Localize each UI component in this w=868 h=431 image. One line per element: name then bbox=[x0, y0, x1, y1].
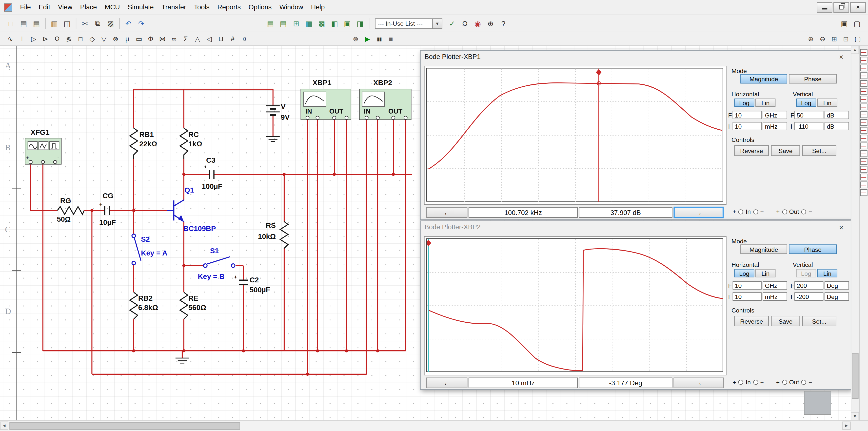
place-label-icon[interactable]: ¤ bbox=[239, 33, 250, 44]
menu-view[interactable]: View bbox=[54, 2, 76, 13]
place-analog-icon[interactable]: Ω bbox=[52, 33, 62, 44]
bode2-vf-unit[interactable]: Deg bbox=[825, 281, 849, 289]
instrument-icon[interactable] bbox=[860, 65, 867, 71]
function-generator-xfg1[interactable]: + - bbox=[25, 138, 61, 164]
bode1-phase-button[interactable]: Phase bbox=[789, 74, 837, 84]
instrument-icon[interactable] bbox=[860, 189, 867, 196]
scroll-right-icon[interactable]: ► bbox=[842, 422, 851, 430]
bode1-hf-unit[interactable]: GHz bbox=[763, 111, 787, 119]
menu-window[interactable]: Window bbox=[276, 2, 307, 13]
place-power-icon[interactable]: µ bbox=[122, 33, 132, 44]
minimize-button[interactable] bbox=[817, 2, 832, 12]
spreadsheet-toggle-icon[interactable]: ▢ bbox=[851, 18, 863, 29]
undo-icon[interactable]: ↶ bbox=[122, 18, 134, 29]
restore-button[interactable] bbox=[833, 2, 849, 12]
place-cmos-icon[interactable]: ⊓ bbox=[75, 33, 86, 44]
instrument-icon[interactable] bbox=[860, 158, 867, 165]
erc-check-icon[interactable]: ✓ bbox=[446, 18, 458, 29]
zoom-full-icon[interactable]: ▢ bbox=[852, 33, 863, 44]
instrument-icon[interactable] bbox=[860, 181, 867, 188]
bode2-hf-unit[interactable]: GHz bbox=[763, 281, 787, 289]
bode2-titlebar[interactable]: Bode Plotter-XBP2 × bbox=[421, 221, 851, 234]
scroll-left-icon[interactable]: ◄ bbox=[0, 422, 8, 430]
bode2-hlog-button[interactable]: Log bbox=[734, 269, 754, 277]
instrument-icon[interactable] bbox=[860, 127, 867, 133]
open-file-icon[interactable]: ▤ bbox=[18, 18, 29, 29]
instrument-icon[interactable] bbox=[860, 104, 867, 110]
bode2-cursor-right-button[interactable]: → bbox=[674, 377, 723, 388]
bode2-vlin-button[interactable]: Lin bbox=[817, 269, 837, 277]
in-plus-terminal[interactable] bbox=[738, 209, 743, 214]
bode1-vlog-button[interactable]: Log bbox=[796, 98, 816, 107]
wires[interactable] bbox=[31, 89, 412, 374]
instrument-icon[interactable] bbox=[860, 174, 867, 180]
out-minus-terminal[interactable] bbox=[801, 379, 806, 384]
place-ttl-icon[interactable]: ≶ bbox=[63, 33, 74, 44]
bode1-close-icon[interactable]: × bbox=[836, 52, 847, 62]
database-manager-icon[interactable]: ⊞ bbox=[290, 18, 302, 29]
scroll-up-icon[interactable]: ▲ bbox=[851, 46, 859, 54]
bode2-hi-unit[interactable]: mHz bbox=[763, 292, 787, 301]
place-mixed-icon[interactable]: ▽ bbox=[98, 33, 109, 44]
bode2-close-icon[interactable]: × bbox=[836, 222, 847, 232]
menu-transfer[interactable]: Transfer bbox=[157, 2, 190, 13]
new-file-icon[interactable]: □ bbox=[5, 18, 17, 29]
bode1-vf-input[interactable]: 50 bbox=[795, 111, 823, 119]
switch-s1[interactable] bbox=[204, 257, 235, 267]
bode1-hlin-button[interactable]: Lin bbox=[755, 98, 775, 107]
stop-simulation-icon[interactable]: ■ bbox=[385, 33, 396, 44]
grapher-icon[interactable]: ▩ bbox=[316, 18, 328, 29]
out-plus-terminal[interactable] bbox=[782, 209, 787, 214]
place-peripherals-icon[interactable]: Φ bbox=[146, 33, 156, 44]
in-plus-terminal[interactable] bbox=[738, 379, 743, 384]
bode2-reverse-button[interactable]: Reverse bbox=[734, 316, 769, 326]
bode-plotter-xbp2-window[interactable]: Bode Plotter-XBP2 × bbox=[420, 220, 851, 390]
out-minus-terminal[interactable] bbox=[801, 209, 806, 214]
instrument-icon[interactable] bbox=[860, 143, 867, 149]
bode-plotter-xbp1-window[interactable]: Bode Plotter-XBP1 × bbox=[420, 50, 851, 220]
switch-s2[interactable] bbox=[132, 234, 141, 265]
bode1-reverse-button[interactable]: Reverse bbox=[734, 145, 769, 156]
place-connector-icon[interactable]: △ bbox=[192, 33, 203, 44]
cut-icon[interactable]: ✂ bbox=[79, 18, 91, 29]
instrument-icon[interactable] bbox=[860, 111, 867, 118]
instrument-icon[interactable] bbox=[860, 57, 867, 63]
place-rf-icon[interactable]: ⋈ bbox=[157, 33, 167, 44]
menu-reports[interactable]: Reports bbox=[214, 2, 245, 13]
instrument-icon[interactable] bbox=[860, 96, 867, 102]
redo-icon[interactable]: ↷ bbox=[135, 18, 147, 29]
instrument-icon[interactable] bbox=[860, 150, 867, 157]
bode2-set-button[interactable]: Set... bbox=[802, 316, 836, 326]
instrument-icon[interactable] bbox=[860, 80, 867, 87]
bode1-vi-unit[interactable]: dB bbox=[825, 122, 849, 130]
transistor-q1[interactable] bbox=[167, 200, 184, 222]
scroll-down-icon[interactable]: ▼ bbox=[851, 412, 859, 421]
menu-edit[interactable]: Edit bbox=[35, 2, 54, 13]
horizontal-scrollbar[interactable]: ◄ ► bbox=[0, 421, 851, 431]
menu-simulate[interactable]: Simulate bbox=[124, 2, 157, 13]
print-icon[interactable]: ▥ bbox=[49, 18, 60, 29]
bode2-magnitude-button[interactable]: Magnitude bbox=[740, 244, 787, 254]
bode1-hi-unit[interactable]: mHz bbox=[763, 122, 787, 130]
instrument-icon[interactable] bbox=[860, 49, 867, 56]
bode-plotter-xbp1-symbol[interactable]: IN OUT bbox=[301, 89, 351, 120]
bode1-cursor-left-button[interactable]: ← bbox=[426, 207, 467, 218]
vertical-scroll-thumb[interactable] bbox=[852, 353, 858, 399]
zoom-area-icon[interactable]: ⊞ bbox=[829, 33, 840, 44]
help-icon[interactable]: ? bbox=[497, 18, 509, 29]
bode2-hi-input[interactable]: 10 bbox=[733, 292, 762, 301]
horizontal-scroll-thumb[interactable] bbox=[9, 422, 240, 430]
bode1-vf-unit[interactable]: dB bbox=[825, 111, 849, 119]
bode1-vlin-button[interactable]: Lin bbox=[817, 98, 837, 107]
menu-options[interactable]: Options bbox=[245, 2, 276, 13]
in-use-list-field[interactable]: --- In-Use List --- bbox=[375, 18, 433, 29]
component-detail-icon[interactable]: Ω bbox=[459, 18, 471, 29]
simulation-settings-icon[interactable]: ⊛ bbox=[350, 33, 361, 44]
design-toolbox-toggle-icon[interactable]: ▣ bbox=[838, 18, 850, 29]
menu-place[interactable]: Place bbox=[76, 2, 101, 13]
bode1-hlog-button[interactable]: Log bbox=[734, 98, 754, 107]
find-icon[interactable]: ⊕ bbox=[485, 18, 496, 29]
bode1-cursor-right-button[interactable]: → bbox=[674, 207, 723, 218]
breadboard-icon[interactable]: ◉ bbox=[472, 18, 484, 29]
cursor-handle-icon[interactable] bbox=[596, 69, 601, 76]
